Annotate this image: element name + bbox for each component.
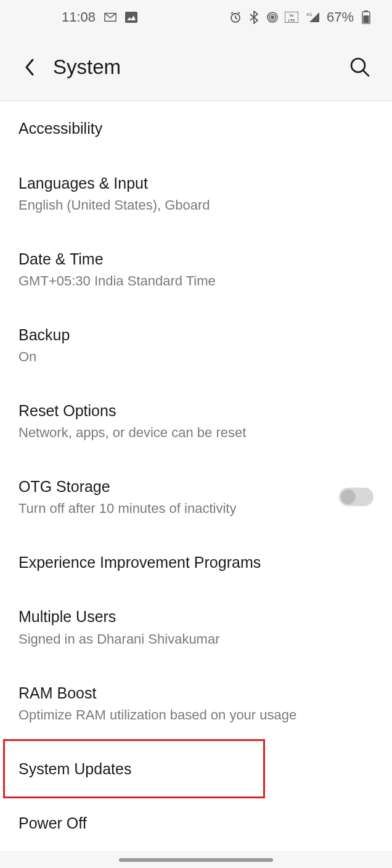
svg-point-3 bbox=[271, 16, 274, 18]
svg-text:4G: 4G bbox=[306, 12, 312, 17]
item-accessibility[interactable]: Accessibility bbox=[18, 101, 374, 156]
item-title: Power Off bbox=[18, 813, 374, 833]
status-bar: 11:08 VoLTE 4G 67% bbox=[0, 0, 392, 34]
item-title: RAM Boost bbox=[18, 683, 374, 703]
back-button[interactable] bbox=[18, 56, 41, 78]
item-experience-improvement[interactable]: Experience Improvement Programs bbox=[18, 535, 374, 590]
item-title: Accessibility bbox=[18, 118, 374, 139]
item-title: Languages & Input bbox=[18, 173, 374, 194]
svg-text:Vo: Vo bbox=[289, 14, 294, 17]
header-left: System bbox=[18, 55, 121, 79]
item-languages-input[interactable]: Languages & Input English (United States… bbox=[18, 156, 374, 232]
hotspot-icon bbox=[266, 11, 279, 23]
battery-percent: 67% bbox=[327, 9, 354, 25]
signal-icon: 4G bbox=[304, 11, 321, 23]
item-multiple-users[interactable]: Multiple Users Signed in as Dharani Shiv… bbox=[18, 589, 374, 665]
item-sub: Optimize RAM utilization based on your u… bbox=[18, 706, 374, 724]
search-button[interactable] bbox=[348, 55, 372, 80]
item-sub: English (United States), Gboard bbox=[18, 197, 374, 215]
item-power-off[interactable]: Power Off bbox=[18, 796, 374, 851]
item-system-updates[interactable]: System Updates bbox=[18, 742, 374, 796]
status-left: 11:08 bbox=[62, 9, 137, 25]
otg-toggle[interactable] bbox=[339, 488, 374, 506]
gmail-icon bbox=[104, 11, 116, 23]
item-sub: GMT+05:30 India Standard Time bbox=[18, 272, 374, 290]
svg-rect-1 bbox=[125, 12, 137, 23]
item-sub: On bbox=[18, 348, 374, 366]
svg-text:LTE: LTE bbox=[288, 18, 295, 22]
item-reset-options[interactable]: Reset Options Network, apps, or device c… bbox=[18, 383, 374, 459]
header: System bbox=[0, 34, 392, 100]
status-time: 11:08 bbox=[62, 9, 96, 25]
item-sub: Signed in as Dharani Shivakumar bbox=[18, 631, 374, 649]
item-date-time[interactable]: Date & Time GMT+05:30 India Standard Tim… bbox=[18, 232, 374, 308]
item-ram-boost[interactable]: RAM Boost Optimize RAM utilization based… bbox=[18, 666, 374, 742]
item-otg-storage[interactable]: OTG Storage Turn off after 10 minutes of… bbox=[18, 459, 374, 535]
item-sub: Turn off after 10 minutes of inactivity bbox=[18, 500, 339, 518]
page-title: System bbox=[53, 55, 121, 79]
item-title: OTG Storage bbox=[18, 477, 339, 497]
volte-icon: VoLTE bbox=[285, 12, 298, 23]
item-title: Multiple Users bbox=[18, 607, 374, 627]
item-title: Date & Time bbox=[18, 249, 374, 269]
item-backup[interactable]: Backup On bbox=[18, 308, 374, 383]
bluetooth-icon bbox=[248, 11, 260, 23]
item-title: Backup bbox=[18, 325, 374, 345]
status-right: VoLTE 4G 67% bbox=[229, 9, 372, 25]
item-title: System Updates bbox=[18, 759, 374, 779]
content: Accessibility Languages & Input English … bbox=[0, 101, 392, 851]
item-sub: Network, apps, or device can be reset bbox=[18, 424, 374, 442]
settings-list: Accessibility Languages & Input English … bbox=[0, 101, 392, 851]
alarm-icon bbox=[229, 11, 242, 23]
item-title: Reset Options bbox=[18, 401, 374, 421]
svg-rect-12 bbox=[364, 15, 369, 23]
battery-icon bbox=[360, 11, 372, 23]
image-icon bbox=[125, 11, 137, 23]
item-title: Experience Improvement Programs bbox=[18, 552, 374, 573]
nav-handle[interactable] bbox=[119, 858, 273, 862]
